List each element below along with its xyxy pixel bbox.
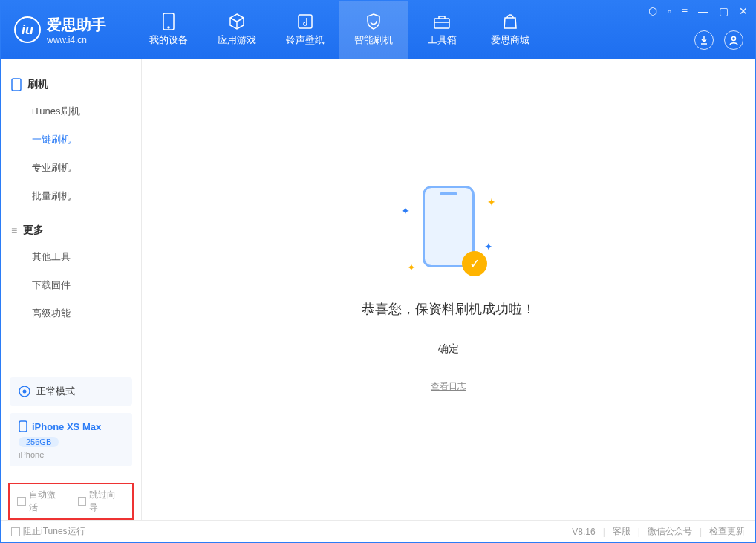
app-subtitle: www.i4.cn — [47, 35, 106, 45]
top-nav: 我的设备 应用游戏 铃声壁纸 智能刷机 工具箱 爱思商城 — [134, 1, 544, 59]
tshirt-icon[interactable]: ⬡ — [648, 5, 657, 17]
app-logo: iu 爱思助手 www.i4.cn — [1, 15, 120, 45]
mode-label: 正常模式 — [36, 385, 75, 398]
svg-rect-2 — [299, 15, 312, 28]
version-label: V8.16 — [572, 527, 595, 537]
minimize-icon[interactable]: — — [698, 5, 708, 17]
toolbox-icon — [433, 13, 451, 30]
svg-point-4 — [732, 37, 736, 41]
svg-rect-5 — [12, 79, 21, 91]
check-update-link[interactable]: 检查更新 — [709, 525, 745, 538]
main-content: ✦✦✦✦ ✓ 恭喜您，保资料刷机成功啦！ 确定 查看日志 — [142, 59, 755, 520]
device-capacity: 256GB — [19, 437, 59, 447]
list-icon: ≡ — [11, 224, 17, 236]
sidebar-item-batch-flash[interactable]: 批量刷机 — [11, 182, 131, 210]
window-controls: ⬡ ▫ ≡ — ▢ ✕ — [648, 5, 748, 17]
ok-button[interactable]: 确定 — [408, 336, 489, 362]
logo-icon: iu — [14, 16, 41, 43]
device-name: iPhone XS Max — [32, 421, 101, 432]
wechat-link[interactable]: 微信公众号 — [648, 525, 692, 538]
svg-point-1 — [168, 27, 169, 28]
success-message: 恭喜您，保资料刷机成功啦！ — [362, 300, 535, 318]
mode-box[interactable]: 正常模式 — [10, 377, 132, 406]
sidebar-group-more: ≡ 更多 — [11, 218, 131, 243]
header-right — [694, 30, 743, 50]
close-icon[interactable]: ✕ — [739, 5, 748, 17]
success-illustration: ✦✦✦✦ ✓ — [404, 186, 493, 282]
nav-ringtone-wallpaper[interactable]: 铃声壁纸 — [271, 1, 339, 59]
svg-rect-8 — [19, 421, 27, 432]
user-button[interactable] — [724, 30, 743, 50]
checkbox-auto-activate[interactable]: 自动激活 — [17, 489, 65, 514]
support-link[interactable]: 客服 — [613, 525, 630, 538]
cube-icon — [228, 13, 246, 30]
device-icon — [160, 13, 177, 30]
sidebar-item-oneclick-flash[interactable]: 一键刷机 — [11, 126, 131, 154]
sidebar-item-itunes-flash[interactable]: iTunes刷机 — [11, 97, 131, 126]
device-type: iPhone — [19, 450, 123, 459]
checkbox-skip-guide[interactable]: 跳过向导 — [78, 489, 126, 514]
sidebar-group-flash: 刷机 — [11, 72, 131, 97]
checkbox-block-itunes[interactable]: 阻止iTunes运行 — [11, 525, 85, 538]
sidebar-item-other-tools[interactable]: 其他工具 — [11, 243, 131, 271]
nav-apps-games[interactable]: 应用游戏 — [203, 1, 271, 59]
svg-rect-3 — [434, 19, 449, 28]
nav-my-device[interactable]: 我的设备 — [134, 1, 203, 59]
sidebar-item-pro-flash[interactable]: 专业刷机 — [11, 154, 131, 182]
options-highlight: 自动激活 跳过向导 — [8, 483, 134, 520]
refresh-shield-icon — [365, 13, 382, 30]
grid-icon[interactable]: ▫ — [668, 5, 671, 17]
download-button[interactable] — [694, 30, 714, 50]
sidebar-item-advanced[interactable]: 高级功能 — [11, 299, 131, 328]
nav-toolbox[interactable]: 工具箱 — [408, 1, 476, 59]
footer: 阻止iTunes运行 V8.16 | 客服 | 微信公众号 | 检查更新 — [1, 520, 755, 542]
maximize-icon[interactable]: ▢ — [719, 5, 729, 17]
view-log-link[interactable]: 查看日志 — [431, 380, 466, 393]
phone-icon — [11, 78, 22, 91]
device-phone-icon — [19, 420, 27, 432]
bag-icon — [501, 13, 519, 30]
sidebar-item-download-firmware[interactable]: 下载固件 — [11, 271, 131, 299]
mode-icon — [19, 386, 30, 397]
sidebar: 刷机 iTunes刷机 一键刷机 专业刷机 批量刷机 ≡ 更多 其他工具 下载固… — [1, 59, 142, 520]
nav-smart-flash[interactable]: 智能刷机 — [339, 1, 408, 59]
music-icon — [296, 13, 314, 30]
svg-point-7 — [23, 390, 27, 394]
nav-store[interactable]: 爱思商城 — [476, 1, 544, 59]
device-box[interactable]: iPhone XS Max 256GB iPhone — [10, 413, 132, 466]
app-title: 爱思助手 — [47, 15, 106, 35]
menu-icon[interactable]: ≡ — [682, 5, 688, 17]
check-icon: ✓ — [462, 251, 487, 276]
header: iu 爱思助手 www.i4.cn 我的设备 应用游戏 铃声壁纸 智能刷机 工具… — [1, 1, 755, 59]
